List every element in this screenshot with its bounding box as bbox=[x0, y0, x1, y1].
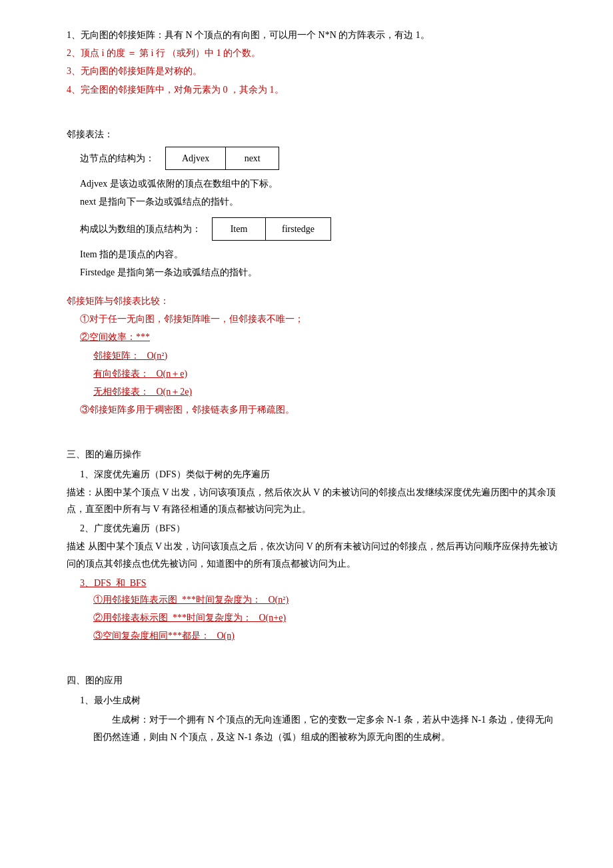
main-content: 1、无向图的邻接矩阵：具有 N 个顶点的有向图，可以用一个 N*N 的方阵表示，… bbox=[67, 27, 560, 747]
line1: 1、无向图的邻接矩阵：具有 N 个顶点的有向图，可以用一个 N*N 的方阵表示，… bbox=[67, 27, 560, 43]
compare-c3: 邻接矩阵：_ O(n²) bbox=[93, 347, 560, 364]
section4-title: 四、图的应用 bbox=[67, 672, 560, 689]
application-section: 四、图的应用 1、最小生成树 生成树：对于一个拥有 N 个顶点的无向连通图，它的… bbox=[67, 672, 560, 747]
next-desc: next 是指向下一条边或弧结点的指针。 bbox=[80, 193, 560, 210]
compare-c6: ③邻接矩阵多用于稠密图，邻接链表多用于稀疏图。 bbox=[80, 401, 560, 418]
line3: 3、无向图的邻接矩阵是对称的。 bbox=[67, 63, 560, 79]
traversal-section: 三、图的遍历操作 1、深度优先遍历（DFS）类似于树的先序遍历 描述：从图中某个… bbox=[67, 446, 560, 644]
min-span-tree-title: 1、最小生成树 bbox=[80, 692, 560, 709]
compare-c5: 无相邻接表：_ O(n＋2e) bbox=[93, 383, 560, 400]
vertex-col1: Item bbox=[213, 217, 266, 240]
dfs-desc: 描述：从图中某个顶点 V 出发，访问该项顶点，然后依次从 V 的未被访问的邻接点… bbox=[67, 484, 560, 517]
compare-c4: 有向邻接表：_ O(n＋e) bbox=[93, 365, 560, 382]
line2: 2、顶点 i 的度 ＝ 第 i 行 （或列）中 1 的个数。 bbox=[67, 45, 560, 61]
dfs-bfs-db3: ③空间复杂度相同***都是：_ O(n) bbox=[93, 627, 560, 644]
edge-node-row: 边节点的结构为： Adjvex next bbox=[80, 147, 560, 170]
line4: 4、完全图的邻接矩阵中，对角元素为 0 ，其余为 1。 bbox=[67, 81, 560, 98]
dfs-bfs-db1: ①用邻接矩阵表示图_***时间复杂度为：_ O(n²) bbox=[93, 591, 560, 608]
vertex-struct-table: Item firstedge bbox=[212, 217, 331, 241]
compare-section: 邻接矩阵与邻接表比较： ①对于任一无向图，邻接矩阵唯一，但邻接表不唯一； ②空间… bbox=[67, 293, 560, 418]
compare-title: 邻接矩阵与邻接表比较： bbox=[67, 293, 560, 309]
bfs-title: 2、广度优先遍历（BFS） bbox=[80, 520, 560, 537]
dfs-title: 1、深度优先遍历（DFS）类似于树的先序遍历 bbox=[80, 466, 560, 483]
adjacency-matrix-section: 1、无向图的邻接矩阵：具有 N 个顶点的有向图，可以用一个 N*N 的方阵表示，… bbox=[67, 27, 560, 98]
vertex-node-label: 构成以为数组的顶点结构为： bbox=[80, 221, 201, 237]
bfs-desc: 描述 从图中某个顶点 V 出发，访问该顶点之后，依次访问 V 的所有未被访问过的… bbox=[67, 538, 560, 571]
vertex-col2: firstedge bbox=[266, 217, 331, 240]
adjvex-desc: Adjvex 是该边或弧依附的顶点在数组中的下标。 bbox=[80, 175, 560, 192]
dfs-bfs-title: 3、DFS_和_BFS bbox=[80, 575, 560, 591]
firstedge-desc: Firstedge 是指向第一条边或弧结点的指针。 bbox=[80, 264, 560, 281]
item-desc: Item 指的是顶点的内容。 bbox=[80, 246, 560, 263]
edge-col1: Adjvex bbox=[166, 147, 226, 169]
compare-c1: ①对于任一无向图，邻接矩阵唯一，但邻接表不唯一； bbox=[80, 311, 560, 327]
span-tree-desc: 生成树：对于一个拥有 N 个顶点的无向连通图，它的变数一定多余 N-1 条，若从… bbox=[93, 711, 560, 747]
compare-c2: ②空间效率：*** bbox=[80, 329, 560, 345]
section3-title: 三、图的遍历操作 bbox=[67, 446, 560, 463]
adjacency-list-section: 邻接表法： 边节点的结构为： Adjvex next Adjvex 是该边或弧依… bbox=[67, 126, 560, 281]
dfs-bfs-db2: ②用邻接表标示图_***时间复杂度为：_ O(n+e) bbox=[93, 609, 560, 626]
adjacency-list-title: 邻接表法： bbox=[67, 126, 560, 143]
edge-node-label: 边节点的结构为： bbox=[80, 150, 155, 167]
vertex-node-row: 构成以为数组的顶点结构为： Item firstedge bbox=[80, 217, 560, 241]
edge-col2: next bbox=[226, 147, 279, 169]
edge-struct-table: Adjvex next bbox=[165, 147, 279, 170]
